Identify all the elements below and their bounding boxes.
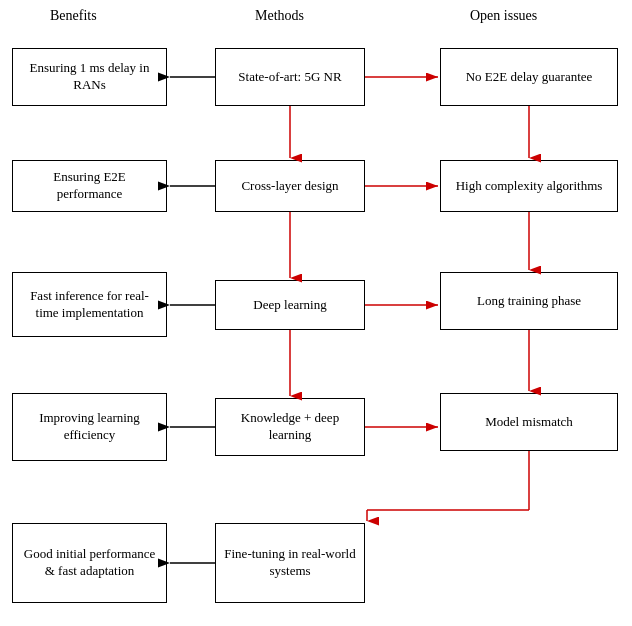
- benefit-1: Ensuring 1 ms delay in RANs: [12, 48, 167, 106]
- benefit-3: Fast inference for real-time implementat…: [12, 272, 167, 337]
- benefit-5: Good initial performance & fast adaptati…: [12, 523, 167, 603]
- method-1: State-of-art: 5G NR: [215, 48, 365, 106]
- issue-1: No E2E delay guarantee: [440, 48, 618, 106]
- benefit-4: Improving learning efficiency: [12, 393, 167, 461]
- diagram: Benefits Methods Open issues Ensuring 1 …: [0, 0, 632, 626]
- method-3: Deep learning: [215, 280, 365, 330]
- header-methods: Methods: [255, 8, 304, 24]
- header-benefits: Benefits: [50, 8, 97, 24]
- method-4: Knowledge + deep learning: [215, 398, 365, 456]
- method-2: Cross-layer design: [215, 160, 365, 212]
- issue-4: Model mismatch: [440, 393, 618, 451]
- benefit-2: Ensuring E2E performance: [12, 160, 167, 212]
- header-open-issues: Open issues: [470, 8, 537, 24]
- issue-3: Long training phase: [440, 272, 618, 330]
- method-5: Fine-tuning in real-world systems: [215, 523, 365, 603]
- issue-2: High complexity algorithms: [440, 160, 618, 212]
